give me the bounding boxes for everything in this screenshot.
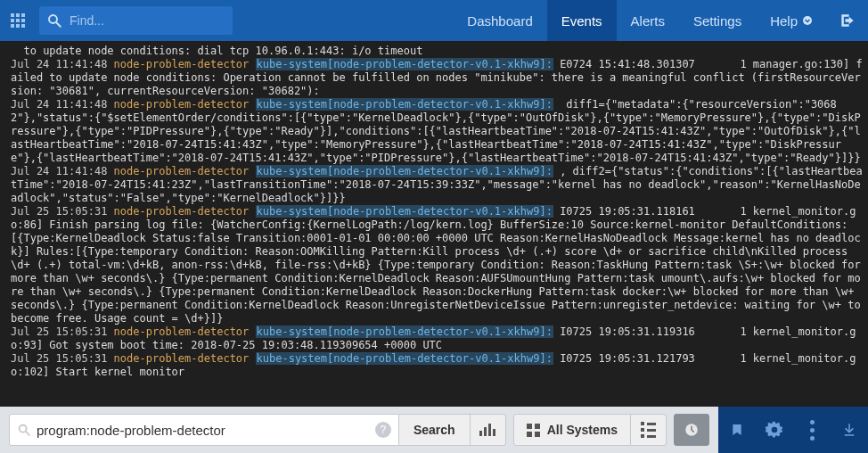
- list-icon: [641, 422, 656, 438]
- log-program: node-problem-detector: [114, 98, 250, 111]
- download-icon: [841, 421, 857, 439]
- log-source: kube-system[node-problem-detector-v0.1-x…: [256, 58, 553, 70]
- log-line[interactable]: to update node conditions: dial tcp 10.9…: [11, 45, 863, 58]
- gear-icon: [766, 421, 783, 439]
- bookmark-button[interactable]: [718, 407, 756, 453]
- nav-label: Alerts: [631, 13, 665, 29]
- nav-label: Help: [770, 13, 798, 29]
- search-icon: [17, 423, 31, 437]
- nav-alerts[interactable]: Alerts: [617, 0, 679, 41]
- log-program: node-problem-detector: [114, 58, 250, 70]
- more-menu-button[interactable]: [793, 407, 831, 453]
- log-line[interactable]: Jul 25 15:05:31 node-problem-detector ku…: [11, 352, 863, 379]
- dot-icon: [810, 436, 815, 441]
- systems-button-label: All Systems: [547, 423, 618, 437]
- query-help-icon[interactable]: ?: [375, 422, 391, 438]
- bottom-bar: ? Search All Systems: [0, 407, 868, 453]
- chevron-down-icon: [802, 15, 813, 26]
- log-viewer[interactable]: to update node conditions: dial tcp 10.9…: [0, 41, 868, 407]
- log-program: node-problem-detector: [114, 325, 250, 338]
- nav-label: Dashboard: [467, 13, 532, 29]
- log-line[interactable]: Jul 24 11:41:48 node-problem-detector ku…: [11, 98, 863, 165]
- nav-dashboard[interactable]: Dashboard: [453, 0, 546, 41]
- search-button-label: Search: [414, 423, 455, 437]
- grid-icon: [527, 424, 540, 437]
- log-program: node-problem-detector: [114, 165, 250, 177]
- svg-line-4: [26, 432, 29, 435]
- log-timestamp: Jul 25 15:05:31: [11, 325, 114, 338]
- systems-list-button[interactable]: [631, 414, 667, 446]
- log-body: I0725 19:05:31.118161 1 kernel_monitor.g…: [11, 205, 867, 325]
- log-source: kube-system[node-problem-detector-v0.1-x…: [256, 98, 553, 111]
- log-line[interactable]: Jul 24 11:41:48 node-problem-detector ku…: [11, 165, 863, 205]
- nav-label: Settings: [693, 13, 741, 29]
- nav-settings[interactable]: Settings: [679, 0, 756, 41]
- dot-icon: [810, 428, 815, 432]
- right-toolbar: [718, 407, 868, 453]
- svg-rect-6: [845, 434, 855, 436]
- nav-events[interactable]: Events: [547, 0, 617, 41]
- bookmark-icon: [730, 421, 744, 439]
- apps-grid-icon: [11, 13, 25, 28]
- top-bar: Dashboard Events Alerts Settings Help: [0, 0, 868, 41]
- log-timestamp: Jul 25 15:05:31: [11, 352, 114, 365]
- chart-mode-button[interactable]: [471, 414, 506, 446]
- time-picker-button[interactable]: [674, 414, 709, 446]
- log-line[interactable]: Jul 25 15:05:31 node-problem-detector ku…: [11, 325, 863, 352]
- log-source: kube-system[node-problem-detector-v0.1-x…: [256, 165, 553, 177]
- clock-icon: [684, 422, 700, 438]
- log-timestamp: Jul 24 11:41:48: [11, 98, 114, 111]
- log-timestamp: Jul 25 15:05:31: [11, 205, 114, 218]
- bar-chart-icon: [479, 424, 495, 436]
- nav-label: Events: [561, 13, 602, 29]
- svg-point-2: [803, 16, 812, 25]
- nav-help[interactable]: Help: [756, 0, 827, 41]
- log-timestamp: Jul 24 11:41:48: [11, 165, 114, 177]
- svg-line-1: [56, 22, 61, 27]
- log-source: kube-system[node-problem-detector-v0.1-x…: [256, 205, 553, 218]
- top-nav: Dashboard Events Alerts Settings Help: [453, 0, 827, 41]
- log-source: kube-system[node-problem-detector-v0.1-x…: [256, 325, 553, 338]
- download-button[interactable]: [831, 407, 868, 453]
- log-source: kube-system[node-problem-detector-v0.1-x…: [256, 352, 553, 365]
- global-search[interactable]: [39, 6, 233, 35]
- systems-button[interactable]: All Systems: [513, 414, 631, 446]
- global-search-input[interactable]: [70, 13, 225, 28]
- query-input-wrap[interactable]: ?: [9, 414, 399, 446]
- apps-menu-button[interactable]: [0, 0, 36, 41]
- query-input[interactable]: [37, 423, 370, 438]
- log-body: to update node conditions: dial tcp 10.9…: [11, 45, 422, 57]
- log-timestamp: Jul 24 11:41:48: [11, 58, 114, 70]
- search-icon: [46, 12, 62, 29]
- settings-gear-button[interactable]: [756, 407, 793, 453]
- log-line[interactable]: Jul 24 11:41:48 node-problem-detector ku…: [11, 58, 863, 98]
- log-line[interactable]: Jul 25 15:05:31 node-problem-detector ku…: [11, 205, 863, 325]
- log-program: node-problem-detector: [114, 352, 250, 365]
- dot-icon: [810, 420, 815, 424]
- logout-button[interactable]: [827, 12, 868, 29]
- log-program: node-problem-detector: [114, 205, 250, 218]
- search-button[interactable]: Search: [399, 414, 471, 446]
- logout-icon: [839, 12, 856, 29]
